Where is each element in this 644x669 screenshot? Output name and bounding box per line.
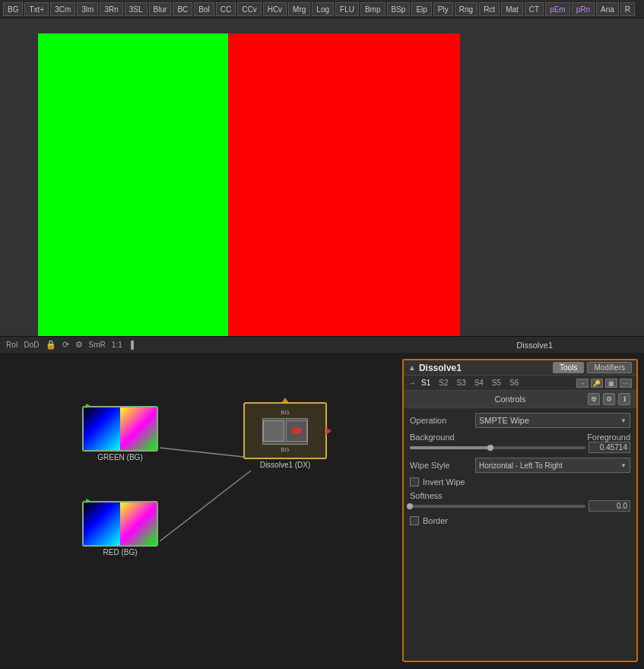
panel-tabs-row: Tools Modifiers bbox=[553, 362, 632, 373]
controls-content: Operation SMPTE Wipe ▼ Background Foregr… bbox=[404, 408, 636, 661]
radiation-icon[interactable]: ☢ bbox=[588, 393, 600, 405]
arrow-left-icon[interactable]: → bbox=[408, 379, 416, 387]
roi-label[interactable]: RoI bbox=[6, 341, 18, 349]
panel-header: ▲ Dissolve1 Tools Modifiers bbox=[404, 360, 636, 376]
red-node-thumbnail bbox=[82, 501, 158, 547]
operation-value: SMPTE Wipe bbox=[479, 416, 529, 425]
wipe-style-label: Wipe Style bbox=[410, 461, 471, 470]
green-node-thumbnail bbox=[82, 406, 158, 452]
panel-controls-header: Controls ☢ ⚙ ℹ bbox=[404, 391, 636, 408]
panel-collapse-button[interactable]: ▲ bbox=[408, 363, 416, 372]
border-row: Border bbox=[410, 516, 630, 525]
lock-icon[interactable]: 🔒 bbox=[46, 340, 56, 350]
dod-label[interactable]: DoD bbox=[24, 341, 40, 349]
invert-wipe-label: Invert Wipe bbox=[423, 477, 465, 487]
wipe-style-dropdown-arrow: ▼ bbox=[620, 462, 627, 469]
border-checkbox[interactable] bbox=[410, 516, 419, 525]
red-in-port: ▶ bbox=[86, 495, 90, 504]
viewer-canvas bbox=[38, 33, 460, 349]
sub-tab-s5[interactable]: S5 bbox=[489, 378, 504, 388]
sub-tab-s1[interactable]: S1 bbox=[418, 378, 433, 388]
operation-label: Operation bbox=[410, 416, 471, 425]
arrow-icon[interactable]: → bbox=[576, 379, 588, 388]
info-icon[interactable]: ℹ bbox=[618, 393, 630, 405]
softness-slider-thumb[interactable] bbox=[407, 503, 413, 509]
node-canvas: ▶ GREEN (BG) ▶ bbox=[0, 353, 396, 668]
node-green[interactable]: ▶ GREEN (BG) bbox=[82, 406, 158, 461]
toolbar-btn-ply[interactable]: Ply bbox=[433, 2, 453, 16]
background-slider-track[interactable] bbox=[410, 446, 585, 449]
wipe-style-row: Wipe Style Horizontal - Left To Right ▼ bbox=[410, 458, 630, 473]
toolbar-btn-pem[interactable]: pEm bbox=[545, 2, 570, 16]
background-slider-thumb[interactable] bbox=[487, 445, 493, 451]
toolbar-btn-flu[interactable]: FLU bbox=[335, 2, 359, 16]
toolbar-btn-hcv[interactable]: HCv bbox=[263, 2, 287, 16]
properties-panel: ▲ Dissolve1 Tools Modifiers → S1 S2 S3 S… bbox=[402, 359, 638, 662]
softness-label: Softness bbox=[410, 491, 471, 500]
foreground-label: Foreground bbox=[587, 433, 630, 442]
modifiers-tab-button[interactable]: Modifiers bbox=[587, 362, 632, 373]
toolbar-btn-rng[interactable]: Rng bbox=[455, 2, 477, 16]
toolbar-btn-3rn[interactable]: 3Rn bbox=[100, 2, 122, 16]
toolbar-btn-r[interactable]: R bbox=[620, 2, 635, 16]
scale-label[interactable]: 1:1 bbox=[112, 341, 122, 349]
invert-wipe-row: Invert Wipe bbox=[410, 477, 630, 487]
toolbar-btn-bc[interactable]: BC bbox=[173, 2, 192, 16]
sub-tab-s3[interactable]: S3 bbox=[453, 378, 468, 388]
green-background bbox=[38, 33, 228, 349]
node-dissolve[interactable]: BG BG Dissolve1 (DX) bbox=[243, 402, 327, 469]
softness-label-row: Softness bbox=[410, 491, 630, 500]
key-icon[interactable]: 🔑 bbox=[591, 379, 603, 388]
toolbar-btn-bmp[interactable]: Bmp bbox=[360, 2, 385, 16]
smr-label[interactable]: SmR bbox=[89, 341, 106, 349]
toolbar-btn-3cm[interactable]: 3Cm bbox=[50, 2, 75, 16]
settings-icon[interactable]: ⚙ bbox=[75, 340, 83, 350]
toolbar-btn-bsp[interactable]: BSp bbox=[387, 2, 411, 16]
refresh-icon[interactable]: ⟳ bbox=[62, 340, 69, 350]
controls-icons: ☢ ⚙ ℹ bbox=[588, 393, 630, 405]
node-red[interactable]: ▶ RED (BG) bbox=[82, 501, 158, 556]
toolbar-btn-bol[interactable]: Bol bbox=[194, 2, 214, 16]
svg-line-0 bbox=[160, 448, 251, 458]
background-value[interactable] bbox=[588, 442, 630, 453]
toolbar-btn-ct[interactable]: CT bbox=[525, 2, 544, 16]
toolbar-btn-txt[interactable]: Txt+ bbox=[24, 2, 49, 16]
wipe-style-dropdown[interactable]: Horizontal - Left To Right ▼ bbox=[475, 458, 630, 473]
toolbar-btn-log[interactable]: Log bbox=[312, 2, 334, 16]
toolbar-btn-mrg[interactable]: Mrg bbox=[288, 2, 310, 16]
red-background bbox=[228, 33, 460, 349]
green-in-port: ▶ bbox=[86, 400, 90, 409]
gear-icon[interactable]: ⚙ bbox=[603, 393, 615, 405]
grid-icon[interactable]: ▦ bbox=[605, 379, 617, 388]
top-toolbar: BG Txt+ 3Cm 3lm 3Rn 3SL Blur BC Bol CC C… bbox=[0, 0, 644, 18]
toolbar-btn-ana[interactable]: Ana bbox=[596, 2, 619, 16]
toolbar-btn-mat[interactable]: Mat bbox=[501, 2, 523, 16]
more-icon[interactable]: ⋯ bbox=[620, 379, 632, 388]
bg-fg-labels-row: Background Foreground bbox=[410, 433, 630, 442]
toolbar-btn-3lm[interactable]: 3lm bbox=[77, 2, 98, 16]
green-node-label: GREEN (BG) bbox=[82, 453, 158, 461]
softness-value[interactable] bbox=[588, 500, 630, 512]
toolbar-btn-prn[interactable]: pRn bbox=[572, 2, 595, 16]
toolbar-btn-ccv[interactable]: CCv bbox=[237, 2, 261, 16]
sub-tab-s4[interactable]: S4 bbox=[471, 378, 487, 388]
toolbar-btn-rct[interactable]: Rct bbox=[479, 2, 500, 16]
sub-tab-s6[interactable]: S6 bbox=[506, 378, 522, 388]
toolbar-btn-cc[interactable]: CC bbox=[216, 2, 236, 16]
operation-row: Operation SMPTE Wipe ▼ bbox=[410, 413, 630, 428]
operation-dropdown[interactable]: SMPTE Wipe ▼ bbox=[475, 413, 630, 428]
sub-tab-s2[interactable]: S2 bbox=[436, 378, 451, 388]
background-section: Background Foreground bbox=[410, 433, 630, 453]
toolbar-btn-3sl[interactable]: 3SL bbox=[125, 2, 148, 16]
toolbar-btn-blur[interactable]: Blur bbox=[149, 2, 172, 16]
red-node-label: RED (BG) bbox=[82, 548, 158, 556]
dissolve-right-port bbox=[326, 427, 332, 435]
toolbar-btn-bg[interactable]: BG bbox=[3, 2, 23, 16]
svg-line-1 bbox=[160, 471, 251, 541]
softness-slider-track[interactable] bbox=[410, 505, 585, 508]
toolbar-btn-elp[interactable]: Elp bbox=[411, 2, 431, 16]
ruler-icon[interactable]: ▐ bbox=[128, 341, 134, 349]
dissolve-bg-label: BG bbox=[281, 409, 290, 416]
tools-tab-button[interactable]: Tools bbox=[553, 362, 584, 373]
invert-wipe-checkbox[interactable] bbox=[410, 477, 419, 487]
